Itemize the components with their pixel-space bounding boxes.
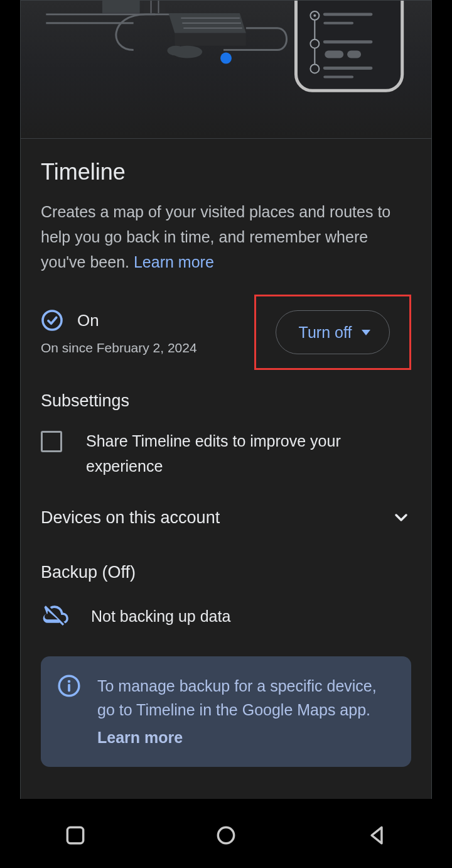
devices-heading: Devices on this account <box>41 508 220 528</box>
backup-status-text: Not backing up data <box>91 607 230 626</box>
timeline-description: Creates a map of your visited places and… <box>41 199 411 274</box>
svg-point-26 <box>43 311 62 330</box>
turn-off-button[interactable]: Turn off <box>276 310 390 354</box>
svg-rect-30 <box>67 827 83 843</box>
share-edits-row: Share Timeline edits to improve your exp… <box>41 428 411 479</box>
svg-rect-6 <box>102 1 140 13</box>
svg-point-28 <box>68 680 70 683</box>
status-on-line: On <box>41 309 197 332</box>
backup-heading: Backup (Off) <box>41 563 411 582</box>
android-nav-bar <box>0 805 452 868</box>
info-message-wrap: To manage backup for a specific device, … <box>97 674 395 749</box>
chevron-down-icon <box>362 330 370 335</box>
subsettings-heading: Subsettings <box>41 391 411 411</box>
svg-point-31 <box>218 827 234 843</box>
share-edits-label: Share Timeline edits to improve your exp… <box>86 428 411 479</box>
timeline-settings-card: Timeline Creates a map of your visited p… <box>20 0 432 799</box>
svg-rect-22 <box>325 51 343 58</box>
home-button[interactable] <box>214 823 238 850</box>
check-circle-icon <box>41 309 63 332</box>
status-label: On <box>77 311 99 330</box>
turn-off-highlight-box: Turn off <box>254 295 411 370</box>
status-left: On On since February 2, 2024 <box>41 309 197 355</box>
settings-screen: Timeline Creates a map of your visited p… <box>0 0 452 868</box>
svg-rect-29 <box>68 684 70 692</box>
content-area: Timeline Creates a map of your visited p… <box>21 139 431 787</box>
svg-point-0 <box>220 53 232 64</box>
recent-apps-button[interactable] <box>63 823 87 850</box>
info-icon <box>57 674 81 749</box>
svg-marker-2 <box>175 33 245 46</box>
svg-rect-7 <box>144 1 166 13</box>
info-learn-more-link[interactable]: Learn more <box>97 725 395 749</box>
page-title: Timeline <box>41 159 411 185</box>
backup-status-row: Not backing up data <box>41 601 411 631</box>
devices-expand-row[interactable]: Devices on this account <box>41 502 411 549</box>
status-row: On On since February 2, 2024 Turn off <box>41 295 411 370</box>
info-message: To manage backup for a specific device, … <box>97 677 377 719</box>
back-button[interactable] <box>365 823 389 850</box>
share-edits-checkbox[interactable] <box>41 431 62 452</box>
status-since: On since February 2, 2024 <box>41 340 197 355</box>
turn-off-label: Turn off <box>299 323 352 342</box>
hero-illustration <box>21 1 431 139</box>
chevron-down-icon <box>391 507 411 528</box>
svg-point-14 <box>313 14 316 17</box>
hero-svg <box>21 1 431 134</box>
learn-more-link[interactable]: Learn more <box>134 253 214 271</box>
description-text: Creates a map of your visited places and… <box>41 203 390 271</box>
svg-rect-23 <box>347 51 361 58</box>
cloud-off-icon <box>41 601 68 631</box>
svg-point-11 <box>167 46 185 56</box>
info-card: To manage backup for a specific device, … <box>41 656 411 767</box>
